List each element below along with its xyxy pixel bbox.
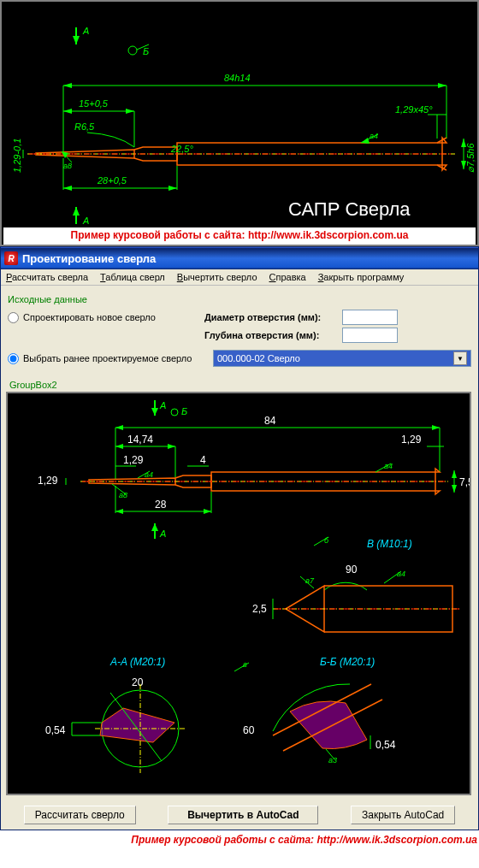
menu-draw[interactable]: Вычертить сверло [177,272,257,282]
svg-marker-5 [63,83,72,88]
cad-drawing-top: A Б 84h14 15+0,5 R6,5 1,29x45° 22,5° а8 … [0,0,479,246]
svg-text:Б-Б  (M20:1): Б-Б (M20:1) [320,656,375,668]
radio-new[interactable]: Спроектировать новое сверло [8,312,204,323]
svg-marker-35 [151,408,158,416]
svg-marker-6 [438,83,446,88]
radio-existing[interactable]: Выбрать ранее проектируемое сверло [8,353,213,364]
form-area: Исходные данные Спроектировать новое све… [1,286,478,378]
svg-text:1,29: 1,29 [401,434,422,446]
dim-radius: R6,5 [74,121,95,132]
svg-text:4: 4 [200,454,206,466]
svg-marker-10 [63,109,72,114]
svg-text:1,29: 1,29 [123,454,144,466]
svg-marker-22 [361,138,370,144]
svg-text:2,5: 2,5 [252,603,267,615]
svg-text:84: 84 [264,415,276,427]
footer-caption: Пример курсовой работы с сайта: http://w… [0,830,479,849]
svg-text:0,54: 0,54 [45,724,66,736]
svg-marker-77 [151,523,158,531]
menu-table[interactable]: Таблица сверл [100,272,165,282]
menu-calc[interactable]: Рассчитать сверла [6,272,88,282]
form-heading: Исходные данные [8,294,471,304]
groupbox2: GroupBox2 A Б 84 14,74 1,29 4 1,29 1,29 … [6,380,473,795]
svg-text:1,29: 1,29 [38,475,58,487]
svg-marker-46 [115,444,123,449]
dim-diameter: ⌀7,5h6 [465,143,476,173]
svg-marker-33 [73,207,80,216]
radio-new-input[interactable] [8,312,19,323]
dim-tip-len: 15+0,5 [79,98,109,109]
menu-help[interactable]: Справка [269,272,306,282]
svg-point-37 [171,409,178,416]
dim-angle: 22,5° [170,144,193,154]
svg-marker-40 [115,425,123,430]
dim-overall: 84h14 [224,73,251,83]
menu-close[interactable]: Закрыть программу [318,272,405,282]
depth-input[interactable] [342,328,398,343]
app-icon: R [4,251,18,265]
button-row: Рассчитать сверло Вычертить в AutoCad За… [1,800,478,830]
diameter-label: Диаметр отверстия (мм): [204,312,337,322]
svg-point-2 [128,46,137,55]
svg-text:90: 90 [346,564,358,576]
app-window: R Проектирование сверла Рассчитать сверл… [0,246,479,830]
svg-marker-67 [452,470,457,478]
dim-step: 28+0,5 [97,175,127,186]
svg-marker-72 [204,509,211,514]
svg-text:A: A [159,528,166,539]
calculate-button[interactable]: Рассчитать сверло [24,806,136,824]
cad-caption: Пример курсовой работы с сайта: http://w… [3,227,476,245]
titlebar: R Проектирование сверла [1,247,478,269]
svg-text:A-A  (M20:1): A-A (M20:1) [109,656,165,668]
svg-text:а4: а4 [384,462,393,470]
svg-text:В  (M10:1): В (M10:1) [367,538,412,550]
svg-marker-41 [432,425,440,430]
draw-autocad-button[interactable]: Вычертить в AutoCad [168,806,318,824]
radio-existing-input[interactable] [8,353,19,364]
svg-text:28: 28 [155,499,167,511]
section-a-top: A [82,26,89,36]
svg-text:A: A [159,400,166,410]
close-autocad-button[interactable]: Закрыть AutoCad [351,806,455,824]
dropdown-arrow-icon[interactable]: ▼ [453,351,467,365]
groupbox2-label: GroupBox2 [6,380,473,390]
section-a-bot: A [82,216,89,226]
svg-text:0,54: 0,54 [376,739,396,751]
mark-a8: а8 [63,162,72,170]
menubar: Рассчитать сверлаТаблица сверлВычертить … [1,269,478,286]
svg-text:60: 60 [243,724,255,736]
window-title: Проектирование сверла [22,252,156,265]
dim-chamfer: 1,29x45° [395,104,433,115]
svg-marker-68 [452,485,457,493]
svg-marker-11 [126,109,134,114]
svg-text:14,74: 14,74 [127,434,153,446]
dim-side: 1,29-0,1 [12,139,22,173]
drill-dropdown[interactable]: 000.000-02 Сверло ▼ [213,350,471,367]
cad-drawing-preview: A Б 84 14,74 1,29 4 1,29 1,29 а4 а8 а4 7… [6,392,471,795]
svg-text:а7: а7 [305,576,315,585]
diameter-input[interactable] [342,310,398,325]
dropdown-value: 000.000-02 Сверло [217,353,300,363]
svg-text:20: 20 [132,676,144,688]
svg-text:Б: Б [181,406,187,416]
section-b-top: Б [143,46,149,56]
svg-marker-29 [169,186,177,191]
svg-marker-71 [115,509,123,514]
svg-marker-94 [100,708,174,742]
svg-marker-1 [73,36,80,44]
cad-title: САПР Сверла [288,198,411,220]
svg-marker-47 [168,444,175,449]
svg-text:7,5: 7,5 [459,476,470,488]
svg-marker-28 [63,186,72,191]
depth-label: Глубина отверстия (мм): [204,330,337,340]
